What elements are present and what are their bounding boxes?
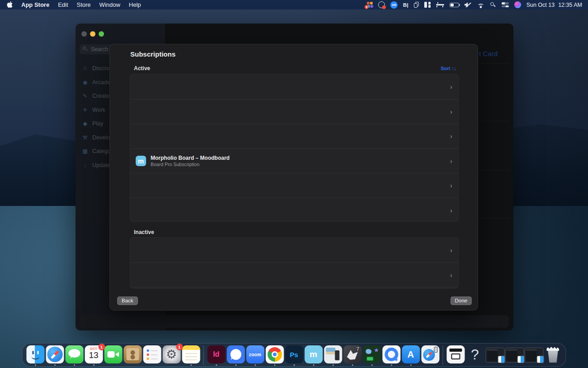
dock-chrome-icon[interactable]	[266, 345, 284, 365]
dock-messages-icon[interactable]	[65, 345, 83, 365]
safari-tile	[46, 345, 64, 363]
dock-calendar-icon[interactable]: OCT131	[85, 345, 103, 365]
dock-photoshop-icon[interactable]: Ps	[285, 345, 303, 365]
zoom-menubar-icon[interactable]: zm	[390, 1, 398, 9]
dock-settings-icon[interactable]: ⚙1	[162, 345, 180, 365]
dock-separator	[443, 346, 443, 365]
signal-tile	[227, 345, 245, 363]
window-layout-icon[interactable]	[424, 2, 431, 8]
subscription-row[interactable]: ›	[130, 74, 458, 99]
running-indicator-dot	[391, 364, 392, 366]
subscriptions-modal: Subscriptions Active Sort ↑↓ ›››mMorphol…	[109, 44, 478, 311]
menu-app-name[interactable]: App Store	[21, 1, 49, 8]
menu-bar-left: App Store Edit Store Window Help	[0, 1, 141, 8]
dock-safari-icon[interactable]	[46, 345, 64, 365]
menu-bar-clock[interactable]: Sun Oct 13 12:35 AM	[526, 2, 582, 8]
running-indicator-dot	[255, 364, 256, 366]
menu-item-edit[interactable]: Edit	[58, 1, 68, 8]
sort-button[interactable]: Sort ↑↓	[441, 66, 456, 71]
menu-bar-time: 12:35 AM	[558, 2, 582, 8]
menu-bar-status-area: 6 zm B| Sun Oct 13 12:35 AM	[366, 1, 588, 9]
done-button[interactable]: Done	[450, 296, 472, 305]
dock-indesign-icon[interactable]: Id	[207, 345, 225, 365]
control-center-icon[interactable]	[502, 2, 509, 7]
subscription-row[interactable]: ›	[130, 99, 458, 124]
menu-item-store[interactable]: Store	[77, 1, 91, 8]
contacts-tile	[123, 345, 142, 363]
dock-photo-collage-icon[interactable]	[324, 345, 342, 365]
volume-muted-icon[interactable]	[465, 2, 472, 8]
modal-title: Subscriptions	[130, 50, 175, 58]
dock-trash-full-icon[interactable]	[544, 345, 562, 365]
facetime-tile	[104, 345, 122, 363]
menu-item-help[interactable]: Help	[129, 1, 141, 8]
dock-minimized-window-icon[interactable]	[505, 345, 523, 365]
finder-tile	[26, 345, 44, 363]
screen-record-icon[interactable]	[378, 1, 385, 8]
dock-finder-icon[interactable]	[26, 345, 44, 365]
menu-item-window[interactable]: Window	[100, 1, 120, 8]
money-game-tile: ★	[363, 345, 381, 363]
siri-icon[interactable]	[514, 1, 521, 8]
dock-minimized-window-icon[interactable]	[485, 345, 503, 365]
subscription-row[interactable]: ›	[130, 173, 458, 198]
dock-reminders-icon[interactable]	[143, 345, 161, 365]
chevron-right-icon: ›	[450, 108, 452, 115]
inactive-section-header: Inactive	[134, 229, 154, 235]
messages-tile	[65, 345, 83, 363]
dock-quicktime-icon[interactable]	[382, 345, 400, 365]
copy-windows-icon[interactable]	[414, 2, 419, 8]
dock-facetime-icon[interactable]	[104, 345, 122, 365]
subscription-row[interactable]: ›	[130, 238, 458, 263]
running-indicator-dot	[313, 364, 314, 366]
morpholio-glyph: m	[304, 345, 322, 363]
dock-white-box-utility-icon[interactable]	[446, 345, 465, 365]
dock-missing-app-icon[interactable]: ?	[466, 345, 484, 365]
missing-app-tile: ?	[466, 345, 484, 363]
bartender-icon[interactable]: B|	[403, 2, 408, 8]
back-button[interactable]: Back	[117, 296, 138, 305]
subscription-row[interactable]: ›	[130, 124, 458, 148]
close-button[interactable]	[81, 31, 87, 37]
dock-signal-icon[interactable]	[227, 345, 245, 365]
white-box-utility-tile	[446, 345, 465, 363]
device-icon	[434, 347, 437, 353]
bed-icon[interactable]	[436, 2, 444, 8]
minimize-button[interactable]	[90, 31, 95, 37]
chevron-right-icon: ›	[450, 272, 452, 278]
subscription-plan: Board Pro Subscription	[151, 162, 230, 167]
menu-bar-date: Sun Oct 13	[526, 2, 555, 8]
running-indicator-dot	[352, 364, 353, 366]
active-subscriptions-list: ›››mMorpholio Board – MoodboardBoard Pro…	[130, 74, 459, 222]
spotlight-search-icon[interactable]	[490, 2, 496, 8]
running-indicator-dot	[74, 364, 75, 366]
subscription-row[interactable]: ›	[130, 198, 458, 222]
dock-contacts-icon[interactable]	[123, 345, 142, 365]
subscription-row[interactable]: ›	[130, 287, 458, 289]
calendar-tile: OCT131	[85, 345, 103, 363]
battery-icon[interactable]	[450, 3, 459, 7]
dock-money-game-icon[interactable]: ★	[363, 345, 381, 365]
wifi-icon[interactable]	[477, 2, 484, 8]
dock-minimized-window-icon[interactable]	[524, 345, 542, 365]
running-indicator-dot	[190, 364, 192, 366]
minimized-window-tile	[524, 348, 543, 363]
dock-origami-figure-icon[interactable]: 7	[343, 345, 361, 365]
menu-bar: App Store Edit Store Window Help 6 zm B|…	[0, 0, 588, 10]
dock-app-store-icon[interactable]: A	[402, 345, 420, 365]
subscription-row[interactable]: ›	[130, 263, 458, 287]
indesign-glyph: Id	[207, 345, 225, 363]
settings-badge: 1	[176, 344, 183, 350]
origami-figure-tile: 7	[343, 345, 361, 363]
chrome-tile	[266, 345, 284, 363]
zoom-button[interactable]	[99, 31, 104, 37]
dock-simulator-icon[interactable]	[421, 345, 439, 365]
calendar-badge: 1	[98, 344, 105, 350]
dock-zoom-icon[interactable]: zoom	[246, 345, 264, 365]
subscription-row[interactable]: mMorpholio Board – MoodboardBoard Pro Su…	[130, 148, 458, 173]
colorful-app-icon[interactable]: 6	[366, 1, 373, 8]
dock-morpholio-icon[interactable]: m	[304, 345, 322, 365]
dock-notes-icon[interactable]	[182, 345, 200, 365]
inactive-subscriptions-list: ›››	[130, 237, 459, 289]
apple-menu-icon[interactable]	[7, 1, 13, 8]
